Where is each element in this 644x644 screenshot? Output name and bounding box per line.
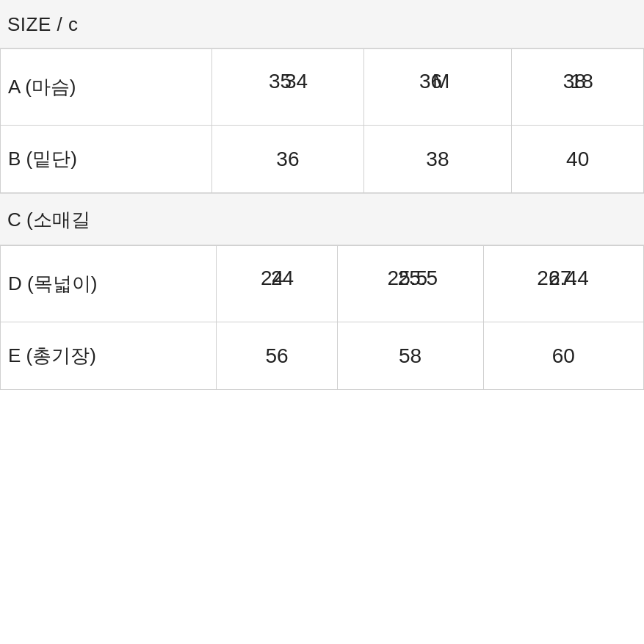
table-row: E (총기장) 56 58 60 bbox=[1, 322, 644, 390]
row-b-label: B (밑단) bbox=[1, 126, 212, 193]
row-d-val2: 25.5 25.5 bbox=[337, 246, 483, 322]
row-d-label: D (목넓이) bbox=[1, 246, 217, 322]
row-a-label: A (마슴) bbox=[1, 49, 212, 126]
section-1-title: SIZE / c bbox=[7, 13, 79, 35]
row-d-val3: 26.4 27.4 bbox=[483, 246, 643, 322]
section-2-table: D (목넓이) 24 24 25.5 25.5 26.4 27.4 bbox=[0, 245, 644, 390]
section-1-table: A (마슴) 35 34 36 M 38 18 bbox=[0, 48, 644, 193]
row-b-val2: 38 bbox=[363, 126, 512, 193]
section-1-header: SIZE / c bbox=[0, 0, 644, 48]
page-container: SIZE / c A (마슴) 35 34 36 M 38 18 bbox=[0, 0, 644, 644]
row-e-val1: 56 bbox=[217, 322, 337, 390]
row-a-val3: 38 18 bbox=[512, 49, 644, 126]
row-a-val1: 35 34 bbox=[212, 49, 363, 126]
row-e-val2: 58 bbox=[337, 322, 483, 390]
row-b-val3: 40 bbox=[512, 126, 644, 193]
section-2-title: C (소매길 bbox=[7, 209, 90, 231]
row-e-label: E (총기장) bbox=[1, 322, 217, 390]
row-a-val2: 36 M bbox=[363, 49, 512, 126]
row-e-val3: 60 bbox=[483, 322, 643, 390]
row-d-val1: 24 24 bbox=[217, 246, 337, 322]
table-row: A (마슴) 35 34 36 M 38 18 bbox=[1, 49, 644, 126]
section-2-header: C (소매길 bbox=[0, 193, 644, 245]
row-b-val1: 36 bbox=[212, 126, 363, 193]
table-row: D (목넓이) 24 24 25.5 25.5 26.4 27.4 bbox=[1, 246, 644, 322]
table-row: B (밑단) 36 38 40 bbox=[1, 126, 644, 193]
